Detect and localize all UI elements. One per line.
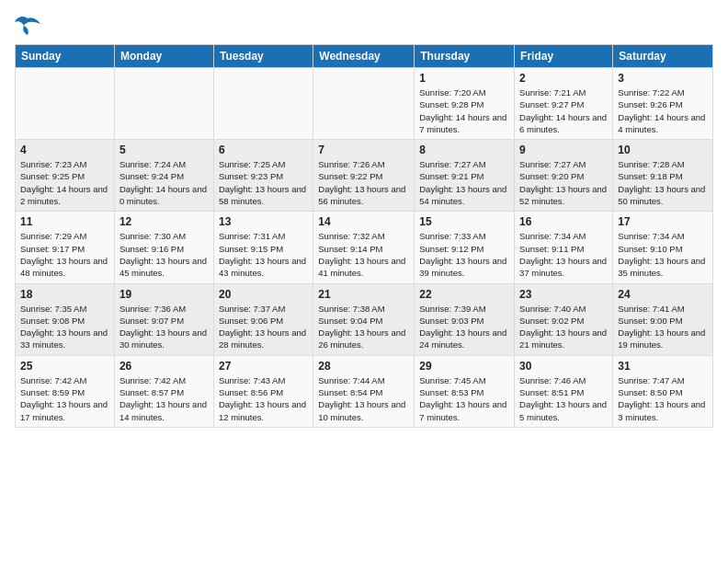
calendar-cell: 9Sunrise: 7:27 AM Sunset: 9:20 PM Daylig…: [515, 140, 613, 212]
day-info: Sunrise: 7:25 AM Sunset: 9:23 PM Dayligh…: [219, 158, 308, 207]
day-number: 2: [519, 72, 608, 85]
day-info: Sunrise: 7:44 AM Sunset: 8:54 PM Dayligh…: [318, 374, 409, 423]
dow-header: Wednesday: [313, 45, 415, 68]
day-number: 26: [119, 360, 209, 373]
day-number: 7: [318, 144, 409, 156]
calendar-cell: 2Sunrise: 7:21 AM Sunset: 9:27 PM Daylig…: [515, 68, 613, 140]
calendar-cell: 29Sunrise: 7:45 AM Sunset: 8:53 PM Dayli…: [415, 355, 515, 427]
day-info: Sunrise: 7:39 AM Sunset: 9:03 PM Dayligh…: [419, 303, 509, 351]
calendar-cell: 26Sunrise: 7:42 AM Sunset: 8:57 PM Dayli…: [114, 355, 213, 427]
calendar-cell: 25Sunrise: 7:42 AM Sunset: 8:59 PM Dayli…: [16, 355, 115, 427]
logo-bird-icon: [15, 15, 40, 37]
day-info: Sunrise: 7:34 AM Sunset: 9:10 PM Dayligh…: [618, 230, 708, 279]
calendar-week-row: 11Sunrise: 7:29 AM Sunset: 9:17 PM Dayli…: [16, 212, 713, 283]
calendar-cell: 12Sunrise: 7:30 AM Sunset: 9:16 PM Dayli…: [114, 212, 213, 283]
dow-header: Saturday: [613, 45, 713, 68]
day-info: Sunrise: 7:28 AM Sunset: 9:18 PM Dayligh…: [618, 158, 708, 207]
calendar-cell: 10Sunrise: 7:28 AM Sunset: 9:18 PM Dayli…: [613, 140, 713, 212]
calendar-cell: 11Sunrise: 7:29 AM Sunset: 9:17 PM Dayli…: [16, 212, 115, 283]
day-number: 21: [318, 288, 409, 301]
day-info: Sunrise: 7:31 AM Sunset: 9:15 PM Dayligh…: [219, 230, 308, 279]
calendar-table: SundayMondayTuesdayWednesdayThursdayFrid…: [15, 44, 713, 428]
calendar-cell: [313, 68, 415, 140]
day-info: Sunrise: 7:35 AM Sunset: 9:08 PM Dayligh…: [20, 303, 109, 351]
calendar-cell: 15Sunrise: 7:33 AM Sunset: 9:12 PM Dayli…: [415, 212, 515, 283]
day-number: 10: [618, 144, 708, 156]
calendar-cell: 30Sunrise: 7:46 AM Sunset: 8:51 PM Dayli…: [515, 355, 613, 427]
calendar-cell: 6Sunrise: 7:25 AM Sunset: 9:23 PM Daylig…: [213, 140, 313, 212]
day-number: 28: [318, 360, 409, 373]
day-number: 17: [618, 215, 708, 228]
day-number: 22: [419, 288, 509, 301]
calendar-cell: 21Sunrise: 7:38 AM Sunset: 9:04 PM Dayli…: [313, 283, 415, 355]
calendar-cell: 17Sunrise: 7:34 AM Sunset: 9:10 PM Dayli…: [613, 212, 713, 283]
calendar-week-row: 4Sunrise: 7:23 AM Sunset: 9:25 PM Daylig…: [16, 140, 713, 212]
day-info: Sunrise: 7:38 AM Sunset: 9:04 PM Dayligh…: [318, 303, 409, 351]
dow-header: Thursday: [415, 45, 515, 68]
calendar-cell: 27Sunrise: 7:43 AM Sunset: 8:56 PM Dayli…: [213, 355, 313, 427]
day-number: 20: [219, 288, 308, 301]
day-info: Sunrise: 7:36 AM Sunset: 9:07 PM Dayligh…: [119, 303, 209, 351]
day-number: 15: [419, 215, 509, 228]
dow-header: Monday: [114, 45, 213, 68]
day-info: Sunrise: 7:30 AM Sunset: 9:16 PM Dayligh…: [119, 230, 209, 279]
calendar-cell: 28Sunrise: 7:44 AM Sunset: 8:54 PM Dayli…: [313, 355, 415, 427]
day-info: Sunrise: 7:40 AM Sunset: 9:02 PM Dayligh…: [519, 303, 608, 351]
day-number: 23: [519, 288, 608, 301]
calendar-cell: 16Sunrise: 7:34 AM Sunset: 9:11 PM Dayli…: [515, 212, 613, 283]
calendar-cell: 7Sunrise: 7:26 AM Sunset: 9:22 PM Daylig…: [313, 140, 415, 212]
day-number: 25: [20, 360, 109, 373]
calendar-cell: 13Sunrise: 7:31 AM Sunset: 9:15 PM Dayli…: [213, 212, 313, 283]
calendar-cell: 31Sunrise: 7:47 AM Sunset: 8:50 PM Dayli…: [613, 355, 713, 427]
days-of-week-row: SundayMondayTuesdayWednesdayThursdayFrid…: [16, 45, 713, 68]
calendar-week-row: 25Sunrise: 7:42 AM Sunset: 8:59 PM Dayli…: [16, 355, 713, 427]
calendar-cell: 20Sunrise: 7:37 AM Sunset: 9:06 PM Dayli…: [213, 283, 313, 355]
calendar-cell: 1Sunrise: 7:20 AM Sunset: 9:28 PM Daylig…: [415, 68, 515, 140]
calendar-cell: 3Sunrise: 7:22 AM Sunset: 9:26 PM Daylig…: [613, 68, 713, 140]
calendar-cell: 19Sunrise: 7:36 AM Sunset: 9:07 PM Dayli…: [114, 283, 213, 355]
day-info: Sunrise: 7:22 AM Sunset: 9:26 PM Dayligh…: [618, 86, 708, 135]
calendar-cell: 18Sunrise: 7:35 AM Sunset: 9:08 PM Dayli…: [16, 283, 115, 355]
day-number: 11: [20, 215, 109, 228]
day-info: Sunrise: 7:42 AM Sunset: 8:57 PM Dayligh…: [119, 374, 209, 423]
day-number: 30: [519, 360, 608, 373]
calendar-cell: [114, 68, 213, 140]
calendar-cell: 8Sunrise: 7:27 AM Sunset: 9:21 PM Daylig…: [415, 140, 515, 212]
day-info: Sunrise: 7:27 AM Sunset: 9:20 PM Dayligh…: [519, 158, 608, 207]
day-number: 16: [519, 215, 608, 228]
day-number: 5: [119, 144, 209, 156]
day-number: 18: [20, 288, 109, 301]
day-number: 8: [419, 144, 509, 156]
day-info: Sunrise: 7:47 AM Sunset: 8:50 PM Dayligh…: [618, 374, 708, 423]
logo: [15, 15, 44, 37]
dow-header: Friday: [515, 45, 613, 68]
calendar-cell: [16, 68, 115, 140]
day-number: 12: [119, 215, 209, 228]
day-info: Sunrise: 7:33 AM Sunset: 9:12 PM Dayligh…: [419, 230, 509, 279]
day-info: Sunrise: 7:21 AM Sunset: 9:27 PM Dayligh…: [519, 86, 608, 135]
calendar-cell: [213, 68, 313, 140]
calendar-cell: 22Sunrise: 7:39 AM Sunset: 9:03 PM Dayli…: [415, 283, 515, 355]
day-number: 3: [618, 72, 708, 85]
calendar-cell: 24Sunrise: 7:41 AM Sunset: 9:00 PM Dayli…: [613, 283, 713, 355]
calendar-body: 1Sunrise: 7:20 AM Sunset: 9:28 PM Daylig…: [16, 68, 713, 428]
day-info: Sunrise: 7:20 AM Sunset: 9:28 PM Dayligh…: [419, 86, 509, 135]
calendar-week-row: 1Sunrise: 7:20 AM Sunset: 9:28 PM Daylig…: [16, 68, 713, 140]
day-number: 29: [419, 360, 509, 373]
day-info: Sunrise: 7:23 AM Sunset: 9:25 PM Dayligh…: [20, 158, 109, 207]
day-info: Sunrise: 7:26 AM Sunset: 9:22 PM Dayligh…: [318, 158, 409, 207]
day-number: 27: [219, 360, 308, 373]
day-number: 4: [20, 144, 109, 156]
calendar-week-row: 18Sunrise: 7:35 AM Sunset: 9:08 PM Dayli…: [16, 283, 713, 355]
calendar-cell: 14Sunrise: 7:32 AM Sunset: 9:14 PM Dayli…: [313, 212, 415, 283]
day-info: Sunrise: 7:24 AM Sunset: 9:24 PM Dayligh…: [119, 158, 209, 207]
day-info: Sunrise: 7:37 AM Sunset: 9:06 PM Dayligh…: [219, 303, 308, 351]
dow-header: Tuesday: [213, 45, 313, 68]
day-info: Sunrise: 7:27 AM Sunset: 9:21 PM Dayligh…: [419, 158, 509, 207]
dow-header: Sunday: [16, 45, 115, 68]
day-info: Sunrise: 7:41 AM Sunset: 9:00 PM Dayligh…: [618, 303, 708, 351]
day-number: 19: [119, 288, 209, 301]
page-header: [15, 15, 713, 37]
calendar-cell: 5Sunrise: 7:24 AM Sunset: 9:24 PM Daylig…: [114, 140, 213, 212]
day-info: Sunrise: 7:46 AM Sunset: 8:51 PM Dayligh…: [519, 374, 608, 423]
